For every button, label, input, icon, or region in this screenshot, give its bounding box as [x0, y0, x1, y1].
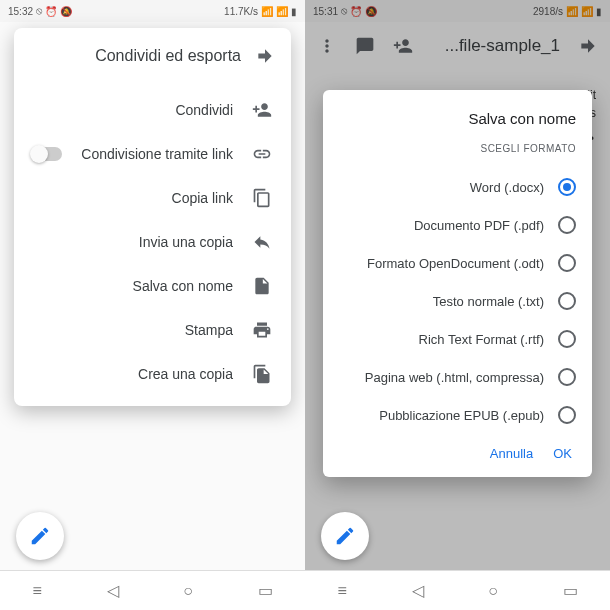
format-option[interactable]: Testo normale (.txt) [339, 282, 576, 320]
format-label: Documento PDF (.pdf) [414, 218, 544, 233]
menu-label: Salva con nome [32, 278, 233, 295]
screen-left: 15:31 ⦸ ⏰ 🔕 2918/s 📶 📶 ▮ file-sample_1..… [305, 0, 610, 610]
wifi-icon: 📶 [261, 6, 273, 17]
person-add-icon [251, 100, 273, 120]
format-label: Pagina web (.html, compressa) [365, 370, 544, 385]
ok-button[interactable]: OK [553, 446, 572, 461]
net-speed: 11.7K/s [224, 6, 258, 17]
format-option[interactable]: Pagina web (.html, compressa) [339, 358, 576, 396]
radio-icon[interactable] [558, 178, 576, 196]
menu-item[interactable]: Stampa [28, 308, 277, 352]
menu-item[interactable]: Condividi [28, 88, 277, 132]
copy-file-icon [251, 364, 273, 384]
menu-label: Condividi [32, 102, 233, 119]
menu-item[interactable]: Condivisione tramite link [28, 132, 277, 176]
format-option[interactable]: Word (.docx) [339, 168, 576, 206]
dialog-actions: OK Annulla [339, 434, 576, 465]
menu-item[interactable]: Invia una copia [28, 220, 277, 264]
format-label: Rich Text Format (.rtf) [419, 332, 544, 347]
radio-icon[interactable] [558, 216, 576, 234]
reply-icon [251, 232, 273, 252]
nav-home-icon[interactable]: ○ [488, 582, 498, 600]
signal-icon: 📶 [276, 6, 288, 17]
dialog-subtitle: SCEGLI FORMATO [339, 143, 576, 154]
menu-label: Condivisione tramite link [80, 146, 233, 163]
dialog-title: Salva con nome [339, 110, 576, 127]
nav-recent-icon[interactable]: ▭ [563, 581, 578, 600]
copy-icon [251, 188, 273, 208]
format-label: Word (.docx) [470, 180, 544, 195]
format-option[interactable]: Formato OpenDocument (.odt) [339, 244, 576, 282]
radio-icon[interactable] [558, 292, 576, 310]
nav-back-icon[interactable]: ◁ [107, 581, 119, 600]
menu-label: Copia link [32, 190, 233, 207]
link-icon [251, 144, 273, 164]
menu-label: Crea una copia [32, 366, 233, 383]
nav-home-icon[interactable]: ○ [183, 582, 193, 600]
status-bar: 15:32 ⦸ ⏰ 🔕 11.7K/s 📶 📶 ▮ [0, 0, 305, 22]
format-option[interactable]: Pubblicazione EPUB (.epub) [339, 396, 576, 434]
nav-bar: ▭ ○ ◁ ≡ [305, 570, 610, 610]
radio-icon[interactable] [558, 330, 576, 348]
status-time: 15:32 [8, 6, 33, 17]
menu-item[interactable]: Salva con nome [28, 264, 277, 308]
alarm-icon: ⏰ [45, 6, 57, 17]
back-arrow-icon[interactable] [255, 46, 275, 66]
battery-icon: ▮ [291, 6, 297, 17]
sheet-header: Condividi ed esporta [28, 42, 277, 78]
radio-icon[interactable] [558, 254, 576, 272]
nav-recent-icon[interactable]: ▭ [258, 581, 273, 600]
save-as-dialog: Salva con nome SCEGLI FORMATO Word (.doc… [323, 90, 592, 477]
format-label: Testo normale (.txt) [433, 294, 544, 309]
menu-item[interactable]: Copia link [28, 176, 277, 220]
cancel-button[interactable]: Annulla [490, 446, 533, 461]
radio-icon[interactable] [558, 406, 576, 424]
format-label: Pubblicazione EPUB (.epub) [379, 408, 544, 423]
sheet-title: Condividi ed esporta [95, 47, 241, 65]
format-option[interactable]: Rich Text Format (.rtf) [339, 320, 576, 358]
link-share-toggle[interactable] [32, 147, 62, 161]
share-export-sheet: Condividi ed esporta CondividiCondivisio… [14, 28, 291, 406]
nav-menu-icon[interactable]: ≡ [32, 582, 41, 600]
format-option[interactable]: Documento PDF (.pdf) [339, 206, 576, 244]
edit-fab[interactable] [321, 512, 369, 560]
file-icon [251, 276, 273, 296]
nav-menu-icon[interactable]: ≡ [337, 582, 346, 600]
mute-icon: ⦸ [36, 5, 42, 17]
radio-icon[interactable] [558, 368, 576, 386]
dnd-icon: 🔕 [60, 6, 72, 17]
menu-label: Stampa [32, 322, 233, 339]
print-icon [251, 320, 273, 340]
nav-back-icon[interactable]: ◁ [412, 581, 424, 600]
screen-right: 15:32 ⦸ ⏰ 🔕 11.7K/s 📶 📶 ▮ Lorem adipisci… [0, 0, 305, 610]
menu-item[interactable]: Crea una copia [28, 352, 277, 396]
edit-fab[interactable] [16, 512, 64, 560]
menu-label: Invia una copia [32, 234, 233, 251]
format-label: Formato OpenDocument (.odt) [367, 256, 544, 271]
nav-bar: ▭ ○ ◁ ≡ [0, 570, 305, 610]
